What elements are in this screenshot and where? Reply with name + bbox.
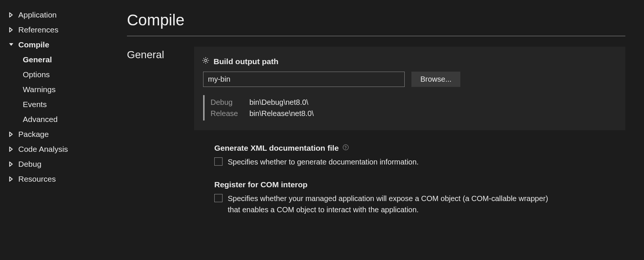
main-content: Compile General Build output path (119, 0, 644, 260)
sidebar-item-debug[interactable]: Debug (5, 157, 119, 172)
svg-point-2 (345, 148, 346, 149)
config-row-release: Release bin\Release\net8.0\ (211, 108, 614, 119)
page-title: Compile (127, 11, 625, 29)
com-interop-checkbox[interactable] (214, 194, 223, 202)
chevron-right-icon (9, 10, 18, 19)
build-output-panel: Build output path Browse... Debug bin\De… (194, 47, 625, 130)
config-name: Release (211, 108, 240, 119)
sidebar-sub-options[interactable]: Options (5, 67, 119, 82)
section-label: General (127, 47, 194, 228)
chevron-right-icon (9, 130, 18, 139)
config-path: bin\Release\net8.0\ (249, 108, 314, 119)
sidebar-sub-warnings[interactable]: Warnings (5, 82, 119, 97)
xml-doc-desc: Specifies whether to generate documentat… (228, 156, 419, 167)
sidebar-sub-events[interactable]: Events (5, 97, 119, 112)
sidebar-item-label: Debug (18, 160, 41, 169)
com-interop-desc: Specifies whether your managed applicati… (228, 193, 556, 215)
sidebar-item-label: Code Analysis (18, 145, 68, 154)
config-path: bin\Debug\net8.0\ (249, 97, 308, 108)
build-output-path-input[interactable] (203, 72, 405, 87)
sidebar-item-resources[interactable]: Resources (5, 172, 119, 187)
sidebar-item-label: Package (18, 130, 49, 139)
browse-button[interactable]: Browse... (411, 72, 460, 87)
sidebar-item-compile[interactable]: Compile (5, 37, 119, 52)
chevron-right-icon (9, 25, 18, 34)
gear-icon (202, 56, 210, 66)
chevron-right-icon (9, 145, 18, 154)
chevron-right-icon (9, 160, 18, 169)
config-row-debug: Debug bin\Debug\net8.0\ (211, 97, 614, 108)
svg-point-0 (205, 59, 207, 62)
sidebar-item-label: References (18, 25, 58, 34)
sidebar-item-references[interactable]: References (5, 22, 119, 37)
help-icon[interactable] (342, 144, 349, 153)
chevron-right-icon (9, 175, 18, 184)
xml-doc-checkbox[interactable] (214, 157, 223, 166)
sidebar-item-label: Resources (18, 175, 56, 184)
sidebar-sub-general[interactable]: General (5, 52, 119, 67)
xml-doc-option: Generate XML documentation file Specifie… (194, 144, 625, 167)
com-interop-title: Register for COM interop (214, 180, 308, 189)
sidebar-item-package[interactable]: Package (5, 127, 119, 142)
build-output-title: Build output path (214, 57, 279, 66)
xml-doc-title: Generate XML documentation file (214, 144, 339, 153)
sidebar-item-label: Application (18, 10, 57, 19)
sidebar: Application References Compile General O… (0, 0, 119, 260)
build-config-list: Debug bin\Debug\net8.0\ Release bin\Rele… (203, 95, 614, 120)
chevron-down-icon (9, 40, 18, 49)
sidebar-item-code-analysis[interactable]: Code Analysis (5, 142, 119, 157)
config-name: Debug (211, 97, 240, 108)
sidebar-item-label: Compile (18, 40, 49, 49)
sidebar-sub-advanced[interactable]: Advanced (5, 112, 119, 127)
divider (127, 36, 625, 36)
com-interop-option: Register for COM interop Specifies wheth… (194, 180, 625, 215)
sidebar-item-application[interactable]: Application (5, 7, 119, 22)
